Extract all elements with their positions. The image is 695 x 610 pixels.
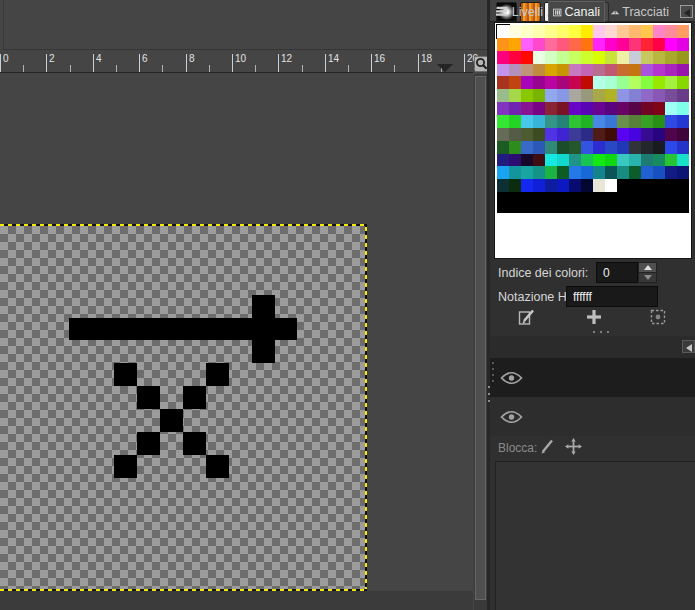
colormap-cell[interactable] <box>641 64 653 76</box>
colormap-cell[interactable] <box>641 154 653 166</box>
colormap-cell[interactable] <box>557 128 569 141</box>
colormap-cell[interactable] <box>497 102 509 115</box>
colormap-cell[interactable] <box>509 154 521 166</box>
colormap-cell[interactable] <box>617 51 629 64</box>
colormap-cell[interactable] <box>593 141 605 154</box>
colormap-cell[interactable] <box>677 179 689 192</box>
colormap-grid[interactable] <box>497 25 689 213</box>
colormap-cell[interactable] <box>497 141 509 154</box>
colormap-cell[interactable] <box>617 179 629 192</box>
colormap-cell[interactable] <box>533 128 545 141</box>
colormap-cell[interactable] <box>521 102 533 115</box>
colormap-cell[interactable] <box>653 38 665 51</box>
colormap-cell[interactable] <box>509 102 521 115</box>
colormap-cell[interactable] <box>569 166 581 179</box>
colormap-cell[interactable] <box>569 128 581 141</box>
colormap-cell[interactable] <box>653 166 665 179</box>
colormap-cell[interactable] <box>665 51 677 64</box>
colormap-cell[interactable] <box>581 179 593 192</box>
colormap-cell[interactable] <box>593 166 605 179</box>
colormap-cell[interactable] <box>521 25 533 38</box>
colormap-cell[interactable] <box>641 89 653 102</box>
colormap-cell[interactable] <box>533 51 545 64</box>
colormap-cell[interactable] <box>533 141 545 154</box>
colormap-cell[interactable] <box>653 154 665 166</box>
select-color-button[interactable] <box>650 309 666 329</box>
colormap-cell[interactable] <box>581 89 593 102</box>
colormap-cell[interactable] <box>533 179 545 192</box>
colormap-cell[interactable] <box>521 115 533 128</box>
colormap-cell[interactable] <box>545 51 557 64</box>
colormap-cell[interactable] <box>593 64 605 76</box>
spinner-up-button[interactable] <box>638 262 657 273</box>
colormap-cell[interactable] <box>629 179 641 192</box>
colormap-cell[interactable] <box>653 179 665 192</box>
colormap-cell[interactable] <box>581 102 593 115</box>
colormap-cell[interactable] <box>605 128 617 141</box>
colormap-cell[interactable] <box>665 89 677 102</box>
lock-position-button[interactable] <box>565 438 582 459</box>
colormap-cell[interactable] <box>521 141 533 154</box>
colormap-cell[interactable] <box>509 76 521 89</box>
colormap-cell[interactable] <box>545 115 557 128</box>
colormap-cell[interactable] <box>545 141 557 154</box>
spinner-down-button[interactable] <box>638 273 657 283</box>
colormap-cell[interactable] <box>557 76 569 89</box>
colormap-cell[interactable] <box>653 115 665 128</box>
colormap-cell[interactable] <box>617 25 629 38</box>
colormap-cell[interactable] <box>521 38 533 51</box>
colormap-cell[interactable] <box>593 128 605 141</box>
splitter-grip-icon[interactable] <box>593 331 595 333</box>
colormap-cell[interactable] <box>605 38 617 51</box>
colormap-cell[interactable] <box>509 179 521 192</box>
colormap-cell[interactable] <box>569 179 581 192</box>
colormap-cell[interactable] <box>569 38 581 51</box>
colormap-cell[interactable] <box>593 76 605 89</box>
colormap-cell[interactable] <box>545 25 557 38</box>
colormap-cell[interactable] <box>521 179 533 192</box>
colormap-cell[interactable] <box>581 128 593 141</box>
colormap-cell[interactable] <box>617 38 629 51</box>
colormap-cell[interactable] <box>521 64 533 76</box>
colormap-cell[interactable] <box>545 166 557 179</box>
colormap-cell[interactable] <box>569 115 581 128</box>
colormap-cell[interactable] <box>677 154 689 166</box>
colormap-cell[interactable] <box>653 64 665 76</box>
edit-color-button[interactable] <box>518 308 536 330</box>
colormap-cell[interactable] <box>509 115 521 128</box>
colormap-cell[interactable] <box>509 141 521 154</box>
colormap-cell[interactable] <box>641 179 653 192</box>
colormap-cell[interactable] <box>641 25 653 38</box>
colormap-cell[interactable] <box>653 128 665 141</box>
colormap-cell[interactable] <box>497 128 509 141</box>
colormap-cell[interactable] <box>665 179 677 192</box>
colormap-cell[interactable] <box>605 179 617 192</box>
colormap-cell[interactable] <box>569 154 581 166</box>
colormap-cell[interactable] <box>617 154 629 166</box>
colormap-cell[interactable] <box>629 25 641 38</box>
colormap-cell[interactable] <box>593 89 605 102</box>
colormap-cell[interactable] <box>665 25 677 38</box>
colormap-cell[interactable] <box>629 128 641 141</box>
colormap-cell[interactable] <box>665 154 677 166</box>
colormap-cell[interactable] <box>593 25 605 38</box>
colormap-cell[interactable] <box>641 141 653 154</box>
colormap-cell[interactable] <box>641 115 653 128</box>
colormap-cell[interactable] <box>545 89 557 102</box>
channel-row-indicizzato[interactable]: Indicizzato <box>490 358 695 397</box>
colormap-cell[interactable] <box>581 64 593 76</box>
colormap-cell[interactable] <box>617 128 629 141</box>
colormap-cell[interactable] <box>509 89 521 102</box>
colormap-cell[interactable] <box>653 141 665 154</box>
eye-icon[interactable] <box>500 410 523 424</box>
colormap-cell[interactable] <box>653 76 665 89</box>
colormap-cell[interactable] <box>593 154 605 166</box>
colormap-cell[interactable] <box>581 38 593 51</box>
colormap-cell[interactable] <box>521 128 533 141</box>
colormap-cell[interactable] <box>629 89 641 102</box>
colormap-cell[interactable] <box>509 128 521 141</box>
colormap-cell[interactable] <box>605 141 617 154</box>
colormap-cell[interactable] <box>617 76 629 89</box>
colormap-cell[interactable] <box>665 141 677 154</box>
colormap-cell[interactable] <box>521 51 533 64</box>
